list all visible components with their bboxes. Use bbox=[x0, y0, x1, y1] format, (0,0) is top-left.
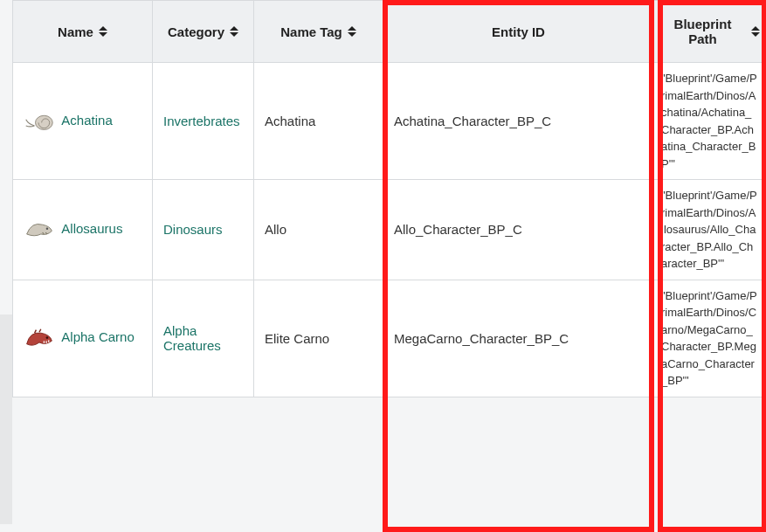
col-header-blueprint-path-label: Blueprint Path bbox=[659, 17, 746, 46]
cell-category: Invertebrates bbox=[153, 63, 254, 180]
col-header-category[interactable]: Category bbox=[153, 1, 254, 63]
cell-name-tag: Achatina bbox=[254, 63, 383, 180]
col-header-entity-id[interactable]: Entity ID bbox=[383, 1, 654, 63]
table-row: Alpha Carno Alpha Creatures Elite Carno … bbox=[13, 280, 766, 397]
col-header-name-tag[interactable]: Name Tag bbox=[254, 1, 383, 63]
creature-table: Name Category Name Tag Entity ID bbox=[12, 0, 766, 397]
col-header-category-label: Category bbox=[168, 24, 224, 39]
category-link[interactable]: Invertebrates bbox=[163, 114, 240, 128]
category-link[interactable]: Alpha Creatures bbox=[163, 323, 221, 353]
cell-name-tag: Elite Carno bbox=[254, 280, 383, 397]
background-accent bbox=[0, 314, 12, 524]
svg-point-1 bbox=[46, 227, 49, 230]
sort-icon bbox=[751, 26, 760, 37]
cell-name: Allosaurus bbox=[13, 180, 153, 280]
sort-icon bbox=[230, 26, 238, 37]
col-header-name[interactable]: Name bbox=[13, 1, 153, 63]
cell-entity-id: Achatina_Character_BP_C bbox=[383, 63, 654, 180]
col-header-entity-id-label: Entity ID bbox=[492, 24, 545, 39]
cell-blueprint-path: "Blueprint'/Game/PrimalEarth/Dinos/Allos… bbox=[654, 180, 766, 280]
table-row: Achatina Invertebrates Achatina Achatina… bbox=[13, 63, 766, 180]
cell-category: Alpha Creatures bbox=[153, 280, 254, 397]
cell-blueprint-path: "Blueprint'/Game/PrimalEarth/Dinos/Achat… bbox=[654, 63, 766, 180]
cell-entity-id: Allo_Character_BP_C bbox=[383, 180, 654, 280]
svg-point-0 bbox=[35, 115, 52, 129]
cell-name-tag: Allo bbox=[254, 180, 383, 280]
cell-category: Dinosaurs bbox=[153, 180, 254, 280]
creature-link[interactable]: Allosaurus bbox=[61, 221, 122, 236]
allosaurus-icon bbox=[24, 218, 55, 241]
cell-name: Alpha Carno bbox=[13, 280, 153, 397]
category-link[interactable]: Dinosaurs bbox=[163, 222, 223, 237]
table-row: Allosaurus Dinosaurs Allo Allo_Character… bbox=[13, 180, 766, 280]
achatina-icon bbox=[24, 110, 55, 133]
creature-link[interactable]: Achatina bbox=[61, 112, 112, 127]
cell-blueprint-path: "Blueprint'/Game/PrimalEarth/Dinos/Carno… bbox=[654, 280, 766, 397]
col-header-name-tag-label: Name Tag bbox=[280, 24, 342, 39]
creature-link[interactable]: Alpha Carno bbox=[61, 329, 134, 344]
alpha-carno-icon bbox=[24, 327, 55, 349]
svg-point-2 bbox=[46, 336, 49, 339]
cell-entity-id: MegaCarno_Character_BP_C bbox=[383, 280, 654, 397]
cell-name: Achatina bbox=[13, 63, 153, 180]
col-header-name-label: Name bbox=[58, 24, 93, 39]
sort-icon bbox=[348, 26, 356, 37]
col-header-blueprint-path[interactable]: Blueprint Path bbox=[654, 1, 766, 63]
sort-icon bbox=[99, 26, 107, 37]
table-header-row: Name Category Name Tag Entity ID bbox=[13, 1, 766, 63]
